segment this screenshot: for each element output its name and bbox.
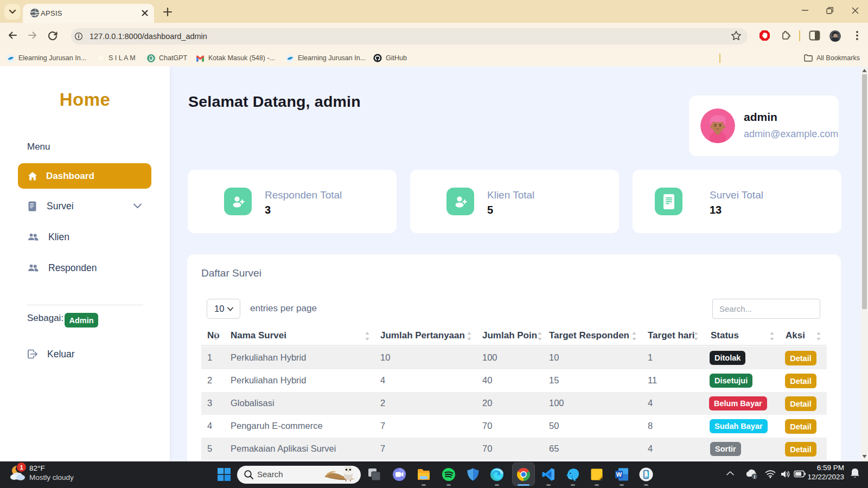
svg-text:W: W (616, 471, 622, 478)
